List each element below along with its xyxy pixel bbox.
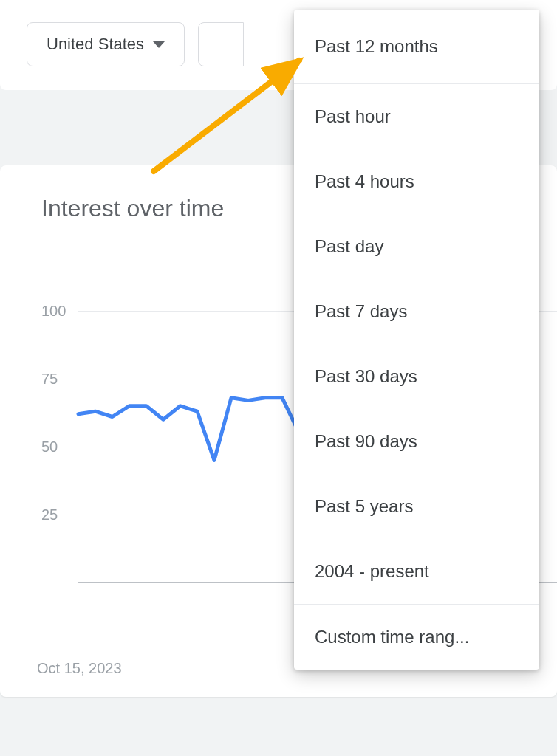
chevron-down-icon — [153, 41, 165, 48]
time-range-dropdown-trigger[interactable] — [198, 22, 244, 66]
menu-item-past-day[interactable]: Past day — [294, 214, 539, 279]
region-dropdown-label: United States — [47, 35, 144, 54]
card-title: Interest over time — [41, 195, 224, 222]
menu-item-selected[interactable]: Past 12 months — [294, 10, 539, 83]
menu-item-past-30-days[interactable]: Past 30 days — [294, 344, 539, 409]
x-label-start: Oct 15, 2023 — [37, 660, 122, 677]
menu-item-custom-range[interactable]: Custom time rang... — [294, 605, 539, 670]
menu-item-past-hour[interactable]: Past hour — [294, 84, 539, 149]
region-dropdown[interactable]: United States — [27, 22, 185, 66]
menu-item-past-7-days[interactable]: Past 7 days — [294, 279, 539, 344]
menu-item-past-5-years[interactable]: Past 5 years — [294, 474, 539, 539]
menu-item-past-4-hours[interactable]: Past 4 hours — [294, 149, 539, 214]
menu-item-2004-present[interactable]: 2004 - present — [294, 539, 539, 604]
menu-item-past-90-days[interactable]: Past 90 days — [294, 409, 539, 474]
time-range-dropdown-menu: Past 12 months Past hour Past 4 hours Pa… — [294, 10, 539, 670]
